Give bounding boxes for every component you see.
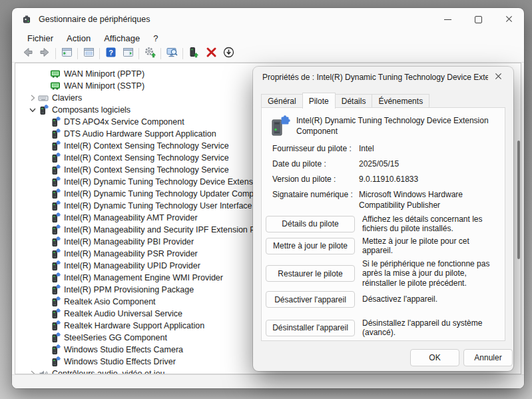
cancel-button[interactable]: Annuler <box>463 349 513 366</box>
tree-item-label: SteelSeries GG Component <box>64 333 167 342</box>
ok-button[interactable]: OK <box>410 349 459 366</box>
driver-tab-page: Intel(R) Dynamic Tuning Technology Devic… <box>261 107 505 341</box>
software-component-icon <box>50 141 61 151</box>
add-drivers-toolbar-button[interactable] <box>141 47 158 61</box>
network-adapter-icon <box>50 81 61 91</box>
titlebar: Gestionnaire de périphériques <box>12 8 524 31</box>
field-digital-signer: Signataire numérique : Microsoft Windows… <box>272 190 499 210</box>
audio-controller-icon <box>38 368 49 374</box>
field-label: Signataire numérique : <box>272 190 359 210</box>
tab-pilote[interactable]: Pilote <box>302 93 336 109</box>
keyboard-icon <box>38 93 49 103</box>
tree-item-label: Intel(R) Manageability UPID Provider <box>64 261 200 270</box>
software-component-icon <box>50 224 61 235</box>
toolbar-separator <box>182 48 183 59</box>
action-pane-toolbar-button[interactable] <box>119 47 136 61</box>
software-component-icon <box>50 153 61 163</box>
field-label: Date du pilote : <box>272 159 359 170</box>
disable-device-button[interactable]: Désactiver l'appareil <box>266 291 355 308</box>
tree-item-label: Intel(R) PPM Provisioning Package <box>64 285 194 294</box>
roll-back-driver-button[interactable]: Restaurer le pilote <box>266 265 355 282</box>
tree-item-label: Windows Studio Effects Camera <box>64 345 183 354</box>
chevron-right-icon[interactable] <box>27 93 38 103</box>
statusbar <box>12 374 524 388</box>
minimize-icon <box>444 19 451 20</box>
action-update-driver: Mettre à jour le pilote Mettez à jour le… <box>266 236 501 256</box>
software-component-icon <box>50 356 61 367</box>
menubar: Fichier Action Affichage ? <box>12 31 524 45</box>
dialog-tabs: GénéralPiloteDétailsÉvénements <box>261 93 429 108</box>
help-icon: ? <box>105 46 117 61</box>
chevron-right-icon[interactable] <box>27 368 38 374</box>
tree-item-label: Intel(R) Dynamic Tuning Technology Devic… <box>64 177 264 187</box>
help-toolbar-button[interactable]: ? <box>102 47 119 61</box>
tab-details[interactable]: Détails <box>335 94 373 108</box>
tree-item-label: DTS Audio Hardware Support Application <box>64 129 216 139</box>
dialog-close-button[interactable] <box>488 69 508 85</box>
software-component-icon <box>50 296 61 307</box>
show-console-tree-toolbar-button[interactable] <box>58 47 75 61</box>
tree-item-label: Intel(R) Manageability AMT Provider <box>64 213 198 222</box>
menu-fichier[interactable]: Fichier <box>21 32 60 45</box>
field-label: Fournisseur du pilote : <box>272 144 359 155</box>
back-icon <box>21 46 34 61</box>
update-driver-button[interactable]: Mettre à jour le pilote <box>266 238 355 254</box>
chevron-down-icon[interactable] <box>27 105 38 115</box>
back-toolbar-button[interactable] <box>19 47 36 61</box>
field-driver-version: Version du pilote : 9.0.11910.61833 <box>272 175 499 185</box>
tree-item-label: WAN Miniport (PPTP) <box>64 69 144 79</box>
field-driver-date: Date du pilote : 2025/05/15 <box>272 159 499 170</box>
software-component-icon <box>50 344 61 355</box>
maximize-button[interactable] <box>463 8 493 31</box>
update-driver-toolbar-button[interactable] <box>185 47 202 61</box>
show-console-tree-icon <box>61 46 73 61</box>
uninstall-device-button[interactable]: Désinstaller l'appareil <box>266 320 355 336</box>
toolbar: ? <box>12 45 524 63</box>
properties-toolbar-button[interactable] <box>80 47 97 61</box>
tab-evenements[interactable]: Événements <box>372 94 429 108</box>
toolbar-separator <box>160 48 161 59</box>
tree-item-label: Intel(R) Dynamic Tuning Technology User … <box>64 201 264 210</box>
disable-device-toolbar-button[interactable] <box>220 47 237 61</box>
tree-item-label: Composants logiciels <box>52 105 131 115</box>
scan-hardware-changes-toolbar-button[interactable] <box>163 47 180 61</box>
software-component-icon <box>50 308 61 319</box>
software-component-icon <box>50 260 61 271</box>
tree-item-label: Claviers <box>52 93 82 103</box>
tree-item-label: WAN Miniport (SSTP) <box>64 81 144 91</box>
tree-item-label: Intel(R) Context Sensing Technology Serv… <box>64 165 229 175</box>
tree-item-label: Intel(R) Dynamic Tuning Technology Updat… <box>64 189 258 199</box>
tree-item-label: Realtek Asio Component <box>64 297 156 306</box>
software-component-icon <box>50 272 61 283</box>
window-title: Gestionnaire de périphériques <box>39 15 150 24</box>
software-component-icon <box>50 332 61 343</box>
device-name: Intel(R) Dynamic Tuning Technology Devic… <box>296 116 504 137</box>
software-component-icon <box>50 236 61 247</box>
field-value: 2025/05/15 <box>359 159 499 170</box>
properties-dialog: Propriétés de : Intel(R) Dynamic Tuning … <box>253 67 513 371</box>
software-component-icon <box>50 248 61 259</box>
forward-toolbar-button[interactable] <box>36 47 53 61</box>
software-component-icon <box>50 165 61 175</box>
tree-item-label: Intel(R) Manageability PSR Provider <box>64 249 198 258</box>
uninstall-device-toolbar-button[interactable] <box>202 47 220 61</box>
toolbar-separator <box>55 48 56 59</box>
properties-icon <box>83 46 95 61</box>
action-description: Affichez les détails concernant les fich… <box>362 214 501 234</box>
tree-item-label: Intel(R) Context Sensing Technology Serv… <box>64 141 229 151</box>
field-value: 9.0.11910.61833 <box>359 175 499 185</box>
minimize-button[interactable] <box>432 8 463 31</box>
driver-details-button[interactable]: Détails du pilote <box>266 216 355 232</box>
tree-scrollbar-thumb[interactable] <box>517 141 520 259</box>
field-label: Version du pilote : <box>272 175 359 185</box>
scan-hardware-changes-icon <box>166 46 178 61</box>
menu-help[interactable]: ? <box>146 32 164 45</box>
menu-affichage[interactable]: Affichage <box>97 32 146 45</box>
software-component-icon <box>50 200 61 211</box>
software-component-icon <box>268 115 292 139</box>
tab-general[interactable]: Général <box>261 94 303 108</box>
tree-item-label: Intel(R) Manageability PBI Provider <box>64 237 194 246</box>
close-button[interactable] <box>493 8 524 31</box>
menu-action[interactable]: Action <box>60 32 97 45</box>
toolbar-separator <box>77 48 78 59</box>
